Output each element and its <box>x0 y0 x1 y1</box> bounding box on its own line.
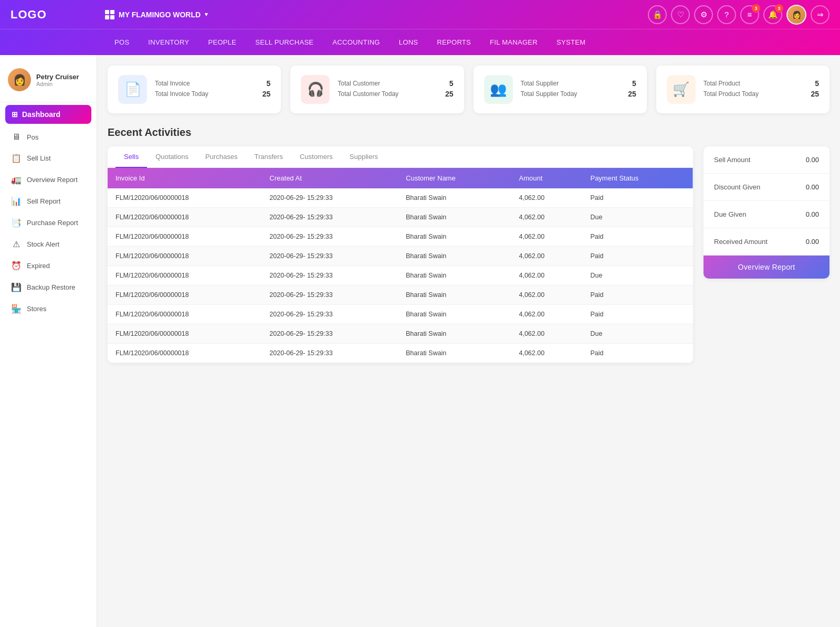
due-value: 0.00 <box>806 210 819 218</box>
sidebar-item-purchase-report[interactable]: 📑 Purchase Report <box>0 212 97 233</box>
top-header: LOGO MY FLAMINGO WORLD ▾ 🔒 ♡ ⚙ ? ≡ 3 🔔 3… <box>0 0 840 29</box>
expired-icon: ⏰ <box>11 261 22 271</box>
sidebar-item-expired[interactable]: ⏰ Expired <box>0 255 97 277</box>
tab-purchases[interactable]: Purchases <box>197 146 246 168</box>
sell-list-icon: 📋 <box>11 153 22 163</box>
sidebar-item-stores[interactable]: 🏪 Stores <box>0 298 97 320</box>
tab-customers[interactable]: Customers <box>291 146 341 168</box>
nav-reports[interactable]: REPORTS <box>427 29 480 56</box>
sidebar-item-sell-report[interactable]: 📊 Sell Report <box>0 190 97 212</box>
stat-card-customer: 🎧 Total Customer 5 Total Customer Today … <box>290 66 464 113</box>
product-label2: Total Product Today <box>704 90 759 98</box>
nav-pos[interactable]: POS <box>105 29 139 56</box>
avatar-button[interactable]: 👩 <box>786 5 806 25</box>
overview-report-button[interactable]: Overview Report <box>704 256 830 279</box>
dashboard-icon: ⊞ <box>12 110 18 119</box>
side-stat-sell-amount: Sell Amount 0.00 <box>704 146 830 174</box>
tab-transfers[interactable]: Transfers <box>246 146 291 168</box>
invoice-label2: Total Invoice Today <box>155 90 208 98</box>
cell-created-at: 2020-06-29- 15:29:33 <box>261 247 398 266</box>
sidebar-item-pos[interactable]: 🖥 Pos <box>0 126 97 147</box>
customer-value1: 5 <box>449 79 454 88</box>
notification-button[interactable]: 🔔 3 <box>763 5 782 24</box>
cell-invoice-id: FLM/12020/06/00000018 <box>108 305 261 324</box>
nav-accounting[interactable]: ACCOUNTING <box>323 29 389 56</box>
tab-quotations[interactable]: Quotations <box>147 146 197 168</box>
cell-created-at: 2020-06-29- 15:29:33 <box>261 285 398 305</box>
table-row[interactable]: FLM/12020/06/00000018 2020-06-29- 15:29:… <box>108 324 693 344</box>
table-row[interactable]: FLM/12020/06/00000018 2020-06-29- 15:29:… <box>108 266 693 285</box>
cell-created-at: 2020-06-29- 15:29:33 <box>261 324 398 344</box>
invoice-row2: Total Invoice Today 25 <box>155 90 270 98</box>
received-value: 0.00 <box>806 238 819 246</box>
cell-created-at: 2020-06-29- 15:29:33 <box>261 227 398 247</box>
table-row[interactable]: FLM/12020/06/00000018 2020-06-29- 15:29:… <box>108 227 693 247</box>
supplier-label1: Total Supplier <box>521 80 559 87</box>
sidebar-user-role: Admin <box>36 81 79 87</box>
list-button[interactable]: ≡ 3 <box>740 5 759 24</box>
product-value1: 5 <box>815 79 819 88</box>
tab-sells[interactable]: Sells <box>116 146 147 168</box>
sidebar-menu: ⊞ Dashboard 🖥 Pos 📋 Sell List 🚛 Overview… <box>0 105 97 320</box>
sidebar-item-sell-list[interactable]: 📋 Sell List <box>0 147 97 169</box>
table-row[interactable]: FLM/12020/06/00000018 2020-06-29- 15:29:… <box>108 208 693 227</box>
cell-customer: Bharati Swain <box>398 305 511 324</box>
recent-activities-title: Eecent Activities <box>108 126 830 139</box>
activities-container: Sells Quotations Purchases Transfers Cus… <box>108 146 830 363</box>
customer-row1: Total Customer 5 <box>338 79 453 88</box>
cell-status: Due <box>582 208 693 227</box>
sidebar-item-dashboard-label: Dashboard <box>22 110 60 119</box>
notification-badge: 3 <box>775 4 783 13</box>
sidebar-item-backup-restore[interactable]: 💾 Backup Restore <box>0 277 97 298</box>
app-name-text: MY FLAMINGO WORLD <box>119 10 201 19</box>
tab-suppliers[interactable]: Suppliers <box>341 146 386 168</box>
nav-system[interactable]: SYSTEM <box>547 29 595 56</box>
chevron-down-icon[interactable]: ▾ <box>205 11 208 18</box>
heart-button[interactable]: ♡ <box>671 5 690 24</box>
table-row[interactable]: FLM/12020/06/00000018 2020-06-29- 15:29:… <box>108 188 693 208</box>
table-row[interactable]: FLM/12020/06/00000018 2020-06-29- 15:29:… <box>108 285 693 305</box>
cell-invoice-id: FLM/12020/06/00000018 <box>108 208 261 227</box>
table-row[interactable]: FLM/12020/06/00000018 2020-06-29- 15:29:… <box>108 344 693 363</box>
cell-customer: Bharati Swain <box>398 266 511 285</box>
cell-customer: Bharati Swain <box>398 324 511 344</box>
cell-status: Paid <box>582 188 693 208</box>
settings-button[interactable]: ⚙ <box>694 5 713 24</box>
cell-amount: 4,062.00 <box>511 266 582 285</box>
cell-customer: Bharati Swain <box>398 344 511 363</box>
col-customer-name: Customer Name <box>398 168 511 188</box>
table-row[interactable]: FLM/12020/06/00000018 2020-06-29- 15:29:… <box>108 247 693 266</box>
due-label: Due Given <box>714 210 746 218</box>
cell-invoice-id: FLM/12020/06/00000018 <box>108 247 261 266</box>
product-icon: 🛒 <box>667 75 696 104</box>
stores-icon: 🏪 <box>11 304 22 314</box>
side-stat-discount: Discount Given 0.00 <box>704 174 830 201</box>
cell-amount: 4,062.00 <box>511 285 582 305</box>
supplier-stat-info: Total Supplier 5 Total Supplier Today 25 <box>521 79 636 100</box>
cell-customer: Bharati Swain <box>398 227 511 247</box>
app-name-area: MY FLAMINGO WORLD ▾ <box>105 10 648 19</box>
sidebar-item-overview-report[interactable]: 🚛 Overview Report <box>0 169 97 190</box>
sidebar-avatar: 👩 <box>8 68 31 91</box>
nav-lons[interactable]: LONS <box>390 29 428 56</box>
nav-inventory[interactable]: INVENTORY <box>139 29 198 56</box>
table-row[interactable]: FLM/12020/06/00000018 2020-06-29- 15:29:… <box>108 305 693 324</box>
nav-sell-purchase[interactable]: SELL PURCHASE <box>246 29 323 56</box>
help-button[interactable]: ? <box>717 5 736 24</box>
nav-people[interactable]: PEOPLE <box>198 29 246 56</box>
activities-card: Sells Quotations Purchases Transfers Cus… <box>108 146 693 363</box>
logout-button[interactable]: ⇒ <box>811 5 830 24</box>
sidebar-item-pos-label: Pos <box>27 133 38 141</box>
avatar: 👩 <box>788 5 805 24</box>
cell-amount: 4,062.00 <box>511 188 582 208</box>
sidebar-item-stock-alert[interactable]: ⚠ Stock Alert <box>0 233 97 255</box>
received-label: Received Amount <box>714 238 768 246</box>
cell-customer: Bharati Swain <box>398 208 511 227</box>
invoice-icon: 📄 <box>118 75 147 104</box>
nav-fil-manager[interactable]: FIL MANAGER <box>480 29 547 56</box>
cell-invoice-id: FLM/12020/06/00000018 <box>108 344 261 363</box>
sidebar-item-dashboard[interactable]: ⊞ Dashboard <box>5 105 91 124</box>
discount-label: Discount Given <box>714 183 760 191</box>
cell-status: Paid <box>582 305 693 324</box>
lock-button[interactable]: 🔒 <box>648 5 667 24</box>
